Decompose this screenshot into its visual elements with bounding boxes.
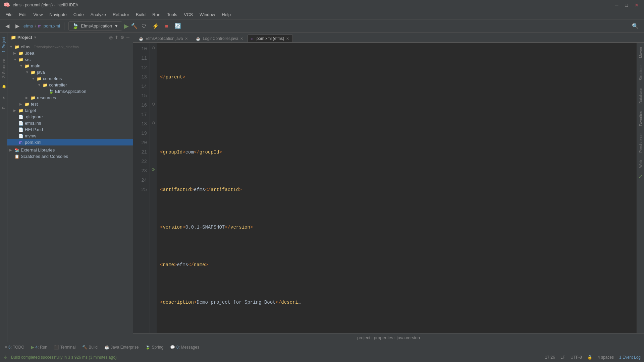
folder-icon: 📁 (30, 96, 36, 100)
settings-icon[interactable]: ⚙ (120, 35, 124, 40)
breadcrumb-file[interactable]: pom.xml (44, 23, 60, 28)
tree-item-mvnw[interactable]: 📄 mvnw (7, 133, 133, 139)
bottom-tab-todo[interactable]: ≡ 6: TODO (2, 344, 27, 351)
bottom-tab-run[interactable]: ▶ 4: Run (29, 344, 50, 351)
minimize-button[interactable]: ─ (613, 2, 621, 8)
tree-item-efms-application[interactable]: 🍃 EfmsApplication (7, 88, 133, 95)
tree-item-external-libs[interactable]: ▶ 📚 External Libraries (7, 147, 133, 153)
sidebar-label-favorites[interactable]: Favorites (638, 110, 643, 127)
menu-build[interactable]: Build (133, 11, 148, 18)
tree-item-src[interactable]: ▼ 📁 src (7, 56, 133, 63)
forward-button[interactable]: ▶ (13, 22, 21, 30)
sidebar-label-web[interactable]: Web (638, 159, 643, 169)
tree-label: test (31, 102, 38, 107)
menu-analyze[interactable]: Analyze (88, 11, 109, 18)
gutter-line-10: ⬡ (150, 43, 157, 52)
favorites-sidebar-toggle[interactable]: ♥ (1, 95, 6, 101)
tree-label: main (31, 63, 40, 68)
menu-tools[interactable]: Tools (164, 11, 180, 18)
code-editor[interactable]: </parent> <groupId>com</groupId> <artifa… (157, 43, 637, 333)
status-bar: ⚠ Build completed successfully in 3 s 92… (0, 352, 644, 362)
tree-item-resources[interactable]: ▶ 📁 resources (7, 95, 133, 101)
tree-item-target[interactable]: ▶ 📁 target (7, 107, 133, 114)
tab-login-controller[interactable]: ☕ LoginController.java ✕ (192, 35, 247, 42)
tab-label: Terminal (60, 345, 75, 350)
code-line-16: <description>Demo project for Spring Boo… (160, 298, 633, 307)
gutter-line-17 (150, 109, 157, 118)
menu-file[interactable]: File (3, 11, 15, 18)
menu-help[interactable]: Help (219, 11, 233, 18)
tab-close-button[interactable]: ✕ (286, 37, 289, 41)
sidebar-label-database[interactable]: Database (638, 86, 643, 105)
run-button[interactable]: ▶ (124, 22, 129, 30)
menu-run[interactable]: Run (150, 11, 163, 18)
tree-item-java[interactable]: ▼ 📁 java (7, 69, 133, 75)
bottom-tab-spring[interactable]: 🍃 Spring (143, 344, 166, 351)
fold-arrow[interactable]: ⬡ (152, 121, 155, 125)
persistence-sidebar-toggle[interactable]: P (1, 105, 6, 110)
tab-close-button[interactable]: ✕ (185, 37, 188, 41)
gutter-line-11 (150, 52, 157, 62)
bottom-tab-terminal[interactable]: ⬛ Terminal (51, 344, 78, 351)
menu-navigate[interactable]: Navigate (47, 11, 69, 18)
tree-item-gitignore[interactable]: 📄 .gitignore (7, 114, 133, 120)
tree-item-help-md[interactable]: 📄 HELP.md (7, 126, 133, 133)
gutter-line-25 (150, 184, 157, 193)
bookmarks-sidebar-toggle[interactable]: ⭐ (1, 83, 6, 90)
tree-item-com-efms[interactable]: ▼ 📁 com.efms (7, 75, 133, 82)
tree-item-scratches[interactable]: 📋 Scratches and Consoles (7, 153, 133, 160)
project-sidebar-toggle[interactable]: 1: Project (1, 36, 6, 54)
sidebar-label-maven[interactable]: Maven (638, 46, 643, 59)
breadcrumb-project[interactable]: efms (23, 23, 33, 28)
close-button[interactable]: ✕ (633, 2, 641, 8)
tree-item-pom-xml[interactable]: m pom.xml (7, 139, 133, 145)
stop-button[interactable]: ■ (163, 22, 170, 30)
tab-close-button[interactable]: ✕ (240, 37, 243, 41)
path-segment-java-version: java.version (397, 335, 420, 340)
code-line-15: <name>efms</name> (160, 260, 633, 269)
structure-sidebar-toggle[interactable]: 2: Structure (1, 58, 6, 79)
indent-settings[interactable]: 4 spaces (598, 355, 614, 360)
maximize-button[interactable]: □ (623, 2, 630, 8)
collapse-all-icon[interactable]: ⬆ (115, 35, 118, 40)
menu-view[interactable]: View (31, 11, 45, 18)
menu-edit[interactable]: Edit (16, 11, 29, 18)
line-num-12: 12 (133, 63, 150, 72)
file-icon: 📄 (18, 115, 23, 119)
fold-arrow[interactable]: ⬡ (152, 46, 155, 50)
fold-arrow[interactable]: ⬡ (152, 102, 155, 106)
tree-item-controller[interactable]: ▼ 📁 controller (7, 82, 133, 88)
sidebar-label-structure[interactable]: Structure (638, 64, 643, 82)
bottom-tab-build[interactable]: 🔨 Build (79, 344, 100, 351)
profile-button[interactable]: ⚡ (150, 22, 161, 30)
bottom-tab-java-enterprise[interactable]: ☕ Java Enterprise (102, 344, 141, 351)
folder-icon: 📁 (14, 45, 19, 49)
tab-efms-application[interactable]: ☕ EfmsApplication.java ✕ (135, 35, 192, 42)
gutter-line-15 (150, 90, 157, 99)
build-button[interactable]: 🔨 (131, 23, 138, 29)
run-config-selector[interactable]: 🍃 EfmsApplication ▼ (68, 21, 122, 31)
tab-pom-xml[interactable]: m pom.xml (efms) ✕ (248, 35, 293, 42)
tree-label: EfmsApplication (55, 89, 86, 94)
tree-item-main[interactable]: ▼ 📁 main (7, 63, 133, 69)
menu-code[interactable]: Code (71, 11, 87, 18)
back-button[interactable]: ◀ (3, 22, 11, 30)
menu-window[interactable]: Window (197, 11, 218, 18)
gutter-line-22 (150, 156, 157, 165)
line-num-13: 13 (133, 72, 150, 82)
sync-button[interactable]: 🔄 (172, 22, 183, 30)
locate-file-icon[interactable]: ◎ (109, 35, 113, 40)
bottom-tab-messages[interactable]: 💬 0: Messages (167, 344, 202, 351)
code-line-14: <version>0.0.1-SNAPSHOT</version> (160, 223, 633, 232)
hide-panel-icon[interactable]: ─ (126, 35, 129, 40)
tree-item-efms-root[interactable]: ▼ 📁 efms E:\workplace\work_dir\efms (7, 44, 133, 50)
menu-refactor[interactable]: Refactor (110, 11, 132, 18)
menu-vcs[interactable]: VCS (181, 11, 196, 18)
search-button[interactable]: 🔍 (630, 22, 641, 30)
event-log-button[interactable]: 1 Event Log (619, 355, 641, 360)
coverage-button[interactable]: 🛡 (140, 22, 148, 30)
tree-item-efms-iml[interactable]: 📄 efms.iml (7, 120, 133, 126)
sidebar-label-persistence[interactable]: Persistence (638, 132, 643, 154)
tree-item-idea[interactable]: ▶ 📁 .idea (7, 50, 133, 56)
tree-item-test[interactable]: ▶ 📁 test (7, 101, 133, 107)
